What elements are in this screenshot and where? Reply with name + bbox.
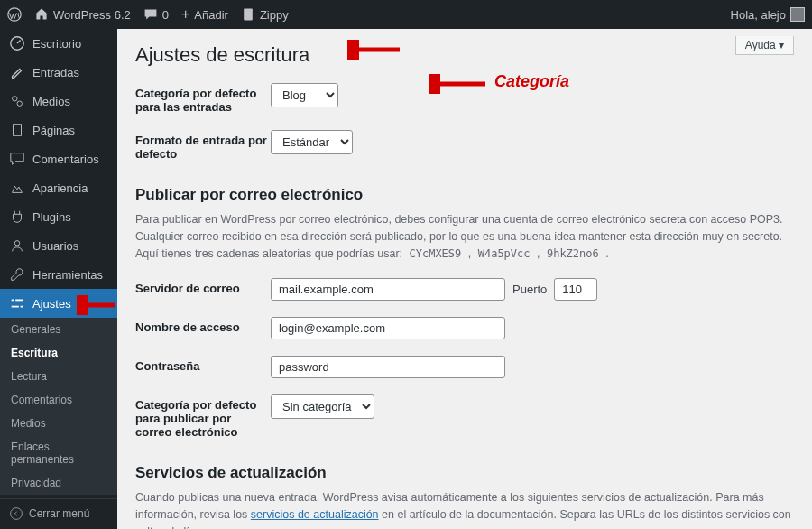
- menu-appearance[interactable]: Apariencia: [0, 173, 117, 202]
- update-description: Cuando publicas una nueva entrada, WordP…: [135, 489, 794, 529]
- port-input[interactable]: [554, 278, 597, 301]
- svg-rect-1: [244, 9, 253, 21]
- menu-users[interactable]: Usuarios: [0, 231, 117, 260]
- menu-settings[interactable]: Ajustes: [0, 289, 117, 318]
- section-update-title: Servicios de actualización: [135, 464, 794, 482]
- svg-rect-7: [12, 300, 14, 302]
- svg-rect-9: [12, 306, 19, 308]
- help-button[interactable]: Ayuda ▾: [735, 36, 794, 55]
- login-name-input[interactable]: [271, 317, 505, 339]
- user-greeting[interactable]: Hola, alejo: [731, 7, 805, 22]
- svg-point-11: [11, 508, 23, 520]
- submenu-permalinks[interactable]: Enlaces permanentes: [0, 435, 117, 471]
- page-title: Ajustes de escritura: [135, 43, 794, 67]
- svg-point-4: [17, 101, 22, 106]
- svg-point-3: [13, 97, 17, 101]
- submenu-reading[interactable]: Lectura: [0, 365, 117, 388]
- collapse-menu[interactable]: Cerrar menú: [0, 498, 117, 528]
- label-mail-server: Servidor de correo: [135, 278, 271, 295]
- submenu-general[interactable]: Generales: [0, 318, 117, 341]
- label-port: Puerto: [512, 283, 547, 296]
- zippy-link[interactable]: Zippy: [241, 7, 289, 22]
- menu-posts[interactable]: Entradas: [0, 58, 117, 87]
- password-input[interactable]: [271, 356, 505, 378]
- update-services-link[interactable]: servicios de actualización: [251, 508, 379, 521]
- menu-comments[interactable]: Comentarios: [0, 144, 117, 173]
- mail-server-input[interactable]: [271, 278, 505, 301]
- menu-media[interactable]: Medios: [0, 87, 117, 116]
- svg-point-6: [14, 241, 19, 246]
- label-password: Contraseña: [135, 356, 271, 373]
- default-category-select[interactable]: Blog: [271, 83, 338, 107]
- wp-logo-icon[interactable]: [7, 7, 22, 22]
- comments-count[interactable]: 0: [143, 7, 169, 22]
- menu-dashboard[interactable]: Escritorio: [0, 29, 117, 58]
- settings-submenu: Generales Escritura Lectura Comentarios …: [0, 318, 117, 495]
- svg-rect-5: [14, 125, 22, 136]
- site-name[interactable]: WordPress 6.2: [34, 7, 131, 22]
- label-default-category: Categoría por defecto para las entradas: [135, 83, 271, 114]
- section-email-title: Publicar por correo electrónico: [135, 186, 794, 204]
- default-format-select[interactable]: Estándar: [271, 130, 353, 154]
- label-login-name: Nombre de acceso: [135, 317, 271, 334]
- adminbar: WordPress 6.2 0 +Añadir Zippy Hola, alej…: [0, 0, 812, 29]
- label-default-format: Formato de entrada por defecto: [135, 130, 271, 161]
- svg-rect-8: [15, 300, 23, 302]
- content-area: Ayuda ▾ Ajustes de escritura Categoría p…: [117, 29, 812, 529]
- menu-plugins[interactable]: Plugins: [0, 202, 117, 231]
- add-new[interactable]: +Añadir: [181, 6, 228, 23]
- svg-rect-10: [21, 306, 23, 308]
- submenu-privacy[interactable]: Privacidad: [0, 471, 117, 495]
- avatar: [790, 7, 805, 22]
- email-category-select[interactable]: Sin categoría: [271, 394, 374, 419]
- email-description: Para publicar en WordPress por correo el…: [135, 211, 794, 262]
- label-email-category: Categoría por defecto para publicar por …: [135, 394, 271, 439]
- submenu-discussion[interactable]: Comentarios: [0, 388, 117, 412]
- menu-tools[interactable]: Herramientas: [0, 260, 117, 289]
- submenu-writing[interactable]: Escritura: [0, 341, 117, 365]
- admin-sidebar: Escritorio Entradas Medios Páginas Comen…: [0, 29, 117, 529]
- submenu-media[interactable]: Medios: [0, 412, 117, 435]
- menu-pages[interactable]: Páginas: [0, 116, 117, 144]
